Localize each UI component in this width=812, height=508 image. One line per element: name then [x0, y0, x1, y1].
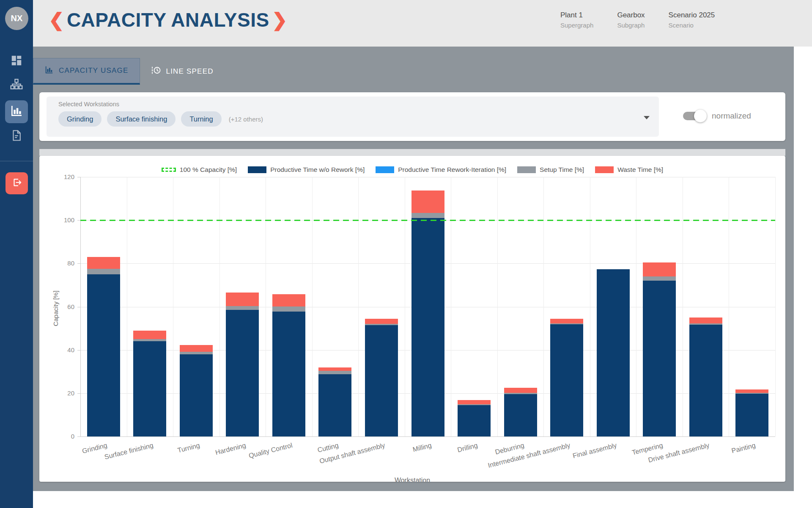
bar-segment[interactable] [504, 393, 537, 395]
gridline-vertical [312, 177, 313, 436]
bar-segment[interactable] [226, 293, 259, 306]
y-tick-mark [77, 350, 80, 351]
chips-overflow-count: (+12 others) [229, 116, 263, 123]
bar-segment[interactable] [735, 389, 768, 393]
bar-segment[interactable] [458, 405, 491, 436]
bar-segment[interactable] [735, 393, 768, 394]
legend-item[interactable]: Setup Time [%] [517, 166, 584, 174]
sidebar-item-dashboard[interactable] [0, 54, 33, 69]
legend-dashed-swatch [162, 168, 176, 172]
bar-segment[interactable] [87, 274, 120, 436]
bar-segment[interactable] [689, 318, 722, 323]
legend-item[interactable]: 100 % Capacity [%] [162, 166, 237, 174]
context-label: Scenario [669, 22, 715, 29]
bar-segment[interactable] [411, 190, 444, 213]
page-title: CAPACITY ANALYSIS [64, 10, 272, 30]
chevron-down-icon[interactable] [644, 116, 650, 119]
legend-item[interactable]: Productive Time Rework-Iteration [%] [376, 166, 506, 174]
bar-segment[interactable] [365, 325, 398, 436]
bar-segment[interactable] [365, 324, 398, 325]
chip-surface-finishing[interactable]: Surface finishing [107, 111, 176, 127]
bar-segment[interactable] [272, 306, 305, 312]
y-tick-label: 80 [49, 260, 74, 267]
main-area: CAPACITY USAGE LINE SPEED Selected Works… [33, 47, 794, 491]
tab-label: CAPACITY USAGE [59, 66, 129, 75]
context-scenario[interactable]: Scenario 2025 Scenario [669, 11, 715, 29]
bar-segment[interactable] [272, 294, 305, 306]
normalized-toggle[interactable] [683, 111, 705, 121]
bar-segment[interactable] [643, 281, 676, 436]
app-logo[interactable]: NX [5, 7, 28, 30]
y-tick-label: 40 [49, 346, 74, 353]
bar-segment[interactable] [689, 325, 722, 436]
gridline-vertical [451, 177, 451, 436]
bar-segment[interactable] [550, 324, 583, 436]
bar-segment[interactable] [643, 276, 676, 281]
sidebar: NX [0, 0, 33, 508]
sidebar-item-report[interactable] [0, 129, 33, 144]
bar-segment[interactable] [133, 341, 166, 436]
logout-button[interactable] [5, 172, 28, 194]
gridline-vertical [358, 177, 359, 436]
bar-segment[interactable] [272, 312, 305, 436]
tab-capacity-usage[interactable]: CAPACITY USAGE [33, 58, 140, 85]
bar-segment[interactable] [133, 339, 166, 341]
sidebar-item-hierarchy[interactable] [0, 78, 33, 93]
workstation-select[interactable]: Selected Workstations Grinding Surface f… [47, 97, 659, 137]
bar-segment[interactable] [226, 310, 259, 436]
context-subgraph[interactable]: Gearbox Subgraph [617, 11, 645, 29]
bar-segment[interactable] [87, 269, 120, 274]
legend-swatch [248, 166, 266, 173]
sidebar-item-capacity-analysis[interactable] [5, 100, 28, 123]
bar-segment[interactable] [133, 331, 166, 339]
bar-segment[interactable] [318, 367, 351, 371]
bar-segment[interactable] [365, 319, 398, 324]
bar-segment[interactable] [643, 262, 676, 276]
bar-segment[interactable] [458, 400, 491, 404]
bar-segment[interactable] [504, 388, 537, 393]
normalized-toggle-row: normalized [683, 111, 751, 121]
legend-label: Setup Time [%] [540, 166, 584, 174]
y-tick-mark [77, 263, 80, 264]
gridline-vertical [636, 177, 636, 436]
bar-segment[interactable] [180, 352, 213, 354]
bar-segment[interactable] [226, 306, 259, 310]
bar-segment[interactable] [87, 257, 120, 269]
bar-segment[interactable] [180, 354, 213, 436]
chip-grinding[interactable]: Grinding [58, 111, 102, 127]
bar-segment[interactable] [597, 269, 630, 436]
legend-item[interactable]: Waste Time [%] [595, 166, 663, 174]
document-icon [10, 129, 23, 144]
bar-segment[interactable] [411, 218, 444, 436]
line-speed-icon [151, 65, 161, 77]
capacity-reference-line [80, 220, 775, 221]
context-label: Supergraph [560, 22, 593, 29]
gridline-vertical [405, 177, 405, 436]
bar-segment[interactable] [550, 319, 583, 323]
legend-item[interactable]: Productive Time w/o Rework [%] [248, 166, 365, 174]
bar-segment[interactable] [318, 371, 351, 374]
context-breadcrumb: Plant 1 Supergraph Gearbox Subgraph Scen… [560, 11, 715, 29]
bar-segment[interactable] [504, 394, 537, 436]
tab-line-speed[interactable]: LINE SPEED [140, 58, 225, 85]
legend-swatch [595, 166, 614, 173]
chart-legend: 100 % Capacity [%]Productive Time w/o Re… [39, 166, 785, 174]
bar-segment[interactable] [458, 404, 491, 406]
bar-segment[interactable] [550, 323, 583, 325]
context-value: Scenario 2025 [669, 11, 715, 19]
bar-segment[interactable] [318, 374, 351, 436]
bar-segment[interactable] [689, 323, 722, 325]
x-tick-label: Hardening [215, 442, 247, 456]
bar-segment[interactable] [411, 213, 444, 218]
x-tick-label: Turning [177, 442, 200, 454]
normalized-toggle-label: normalized [712, 111, 751, 121]
chip-turning[interactable]: Turning [181, 111, 221, 127]
context-supergraph[interactable]: Plant 1 Supergraph [560, 11, 593, 29]
bar-segment[interactable] [180, 345, 213, 352]
bar-segment[interactable] [735, 394, 768, 436]
y-tick-mark [77, 177, 80, 177]
legend-label: 100 % Capacity [%] [180, 166, 237, 174]
context-value: Gearbox [617, 11, 645, 19]
tabbar: CAPACITY USAGE LINE SPEED [33, 58, 225, 85]
dashboard-icon [10, 54, 23, 69]
